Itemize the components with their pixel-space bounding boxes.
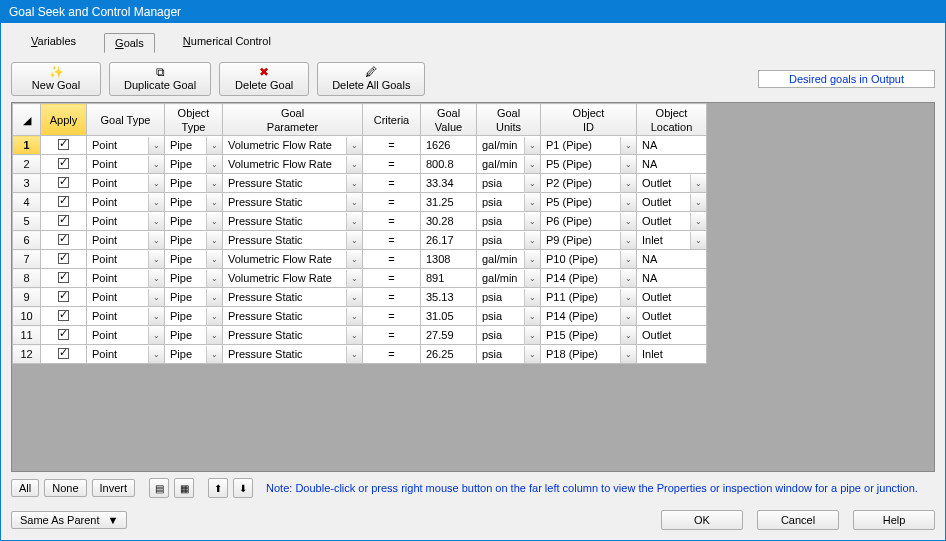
apply-cell[interactable]	[41, 345, 87, 364]
dropdown-arrow[interactable]: ⌄	[524, 194, 540, 211]
ok-button[interactable]: OK	[661, 510, 743, 530]
dropdown-arrow[interactable]: ⌄	[206, 232, 222, 249]
objid-cell[interactable]: P9 (Pipe)⌄	[541, 231, 637, 250]
dropdown-arrow[interactable]: ⌄	[206, 213, 222, 230]
move-up-button[interactable]: ⬆	[208, 478, 228, 498]
objid-cell[interactable]: P5 (Pipe)⌄	[541, 193, 637, 212]
objtype-cell[interactable]: Pipe⌄	[165, 193, 223, 212]
goalparam-cell[interactable]: Pressure Static⌄	[223, 212, 363, 231]
goalparam-cell[interactable]: Pressure Static⌄	[223, 174, 363, 193]
dropdown-arrow[interactable]: ⌄	[148, 308, 164, 325]
dropdown-arrow[interactable]: ⌄	[524, 308, 540, 325]
goalunits-cell[interactable]: psia⌄	[477, 231, 541, 250]
dropdown-arrow[interactable]: ⌄	[206, 175, 222, 192]
goalunits-cell[interactable]: gal/min⌄	[477, 136, 541, 155]
apply-cell[interactable]	[41, 193, 87, 212]
dropdown-arrow[interactable]: ⌄	[690, 213, 706, 230]
goaltype-cell[interactable]: Point⌄	[87, 136, 165, 155]
objid-cell[interactable]: P5 (Pipe)⌄	[541, 155, 637, 174]
objloc-cell[interactable]: Outlet⌄	[637, 174, 707, 193]
objid-cell[interactable]: P14 (Pipe)⌄	[541, 307, 637, 326]
apply-cell[interactable]	[41, 307, 87, 326]
row-number[interactable]: 2	[13, 155, 41, 174]
grid-icon-2[interactable]: ▦	[174, 478, 194, 498]
dropdown-arrow[interactable]: ⌄	[148, 327, 164, 344]
goalunits-cell[interactable]: gal/min⌄	[477, 250, 541, 269]
objid-cell[interactable]: P14 (Pipe)⌄	[541, 269, 637, 288]
objtype-cell[interactable]: Pipe⌄	[165, 307, 223, 326]
criteria-cell[interactable]: =	[363, 250, 421, 269]
dropdown-arrow[interactable]: ⌄	[620, 175, 636, 192]
objloc-cell[interactable]: Outlet	[637, 326, 707, 345]
objtype-cell[interactable]: Pipe⌄	[165, 250, 223, 269]
goalunits-cell[interactable]: psia⌄	[477, 174, 541, 193]
goalunits-cell[interactable]: psia⌄	[477, 307, 541, 326]
dropdown-arrow[interactable]: ⌄	[206, 346, 222, 363]
objtype-cell[interactable]: Pipe⌄	[165, 326, 223, 345]
dropdown-arrow[interactable]: ⌄	[524, 137, 540, 154]
new-goal-button[interactable]: ✨New Goal	[11, 62, 101, 96]
col-goalparam[interactable]: GoalParameter	[223, 104, 363, 136]
goaltype-cell[interactable]: Point⌄	[87, 193, 165, 212]
dropdown-arrow[interactable]: ⌄	[148, 232, 164, 249]
delete-all-goals-button[interactable]: 🖉Delete All Goals	[317, 62, 425, 96]
col-goalunits[interactable]: GoalUnits	[477, 104, 541, 136]
row-number[interactable]: 4	[13, 193, 41, 212]
dropdown-arrow[interactable]: ⌄	[346, 137, 362, 154]
goaltype-cell[interactable]: Point⌄	[87, 174, 165, 193]
criteria-cell[interactable]: =	[363, 231, 421, 250]
dropdown-arrow[interactable]: ⌄	[524, 327, 540, 344]
col-goalvalue[interactable]: GoalValue	[421, 104, 477, 136]
goaltype-cell[interactable]: Point⌄	[87, 307, 165, 326]
goaltype-cell[interactable]: Point⌄	[87, 231, 165, 250]
apply-cell[interactable]	[41, 212, 87, 231]
objid-cell[interactable]: P1 (Pipe)⌄	[541, 136, 637, 155]
objtype-cell[interactable]: Pipe⌄	[165, 136, 223, 155]
col-apply[interactable]: Apply	[41, 104, 87, 136]
col-objid[interactable]: ObjectID	[541, 104, 637, 136]
dropdown-arrow[interactable]: ⌄	[620, 346, 636, 363]
objloc-cell[interactable]: NA	[637, 155, 707, 174]
row-number[interactable]: 3	[13, 174, 41, 193]
row-number[interactable]: 8	[13, 269, 41, 288]
dropdown-arrow[interactable]: ⌄	[346, 175, 362, 192]
dropdown-arrow[interactable]: ⌄	[206, 137, 222, 154]
criteria-cell[interactable]: =	[363, 345, 421, 364]
criteria-cell[interactable]: =	[363, 288, 421, 307]
objid-cell[interactable]: P15 (Pipe)⌄	[541, 326, 637, 345]
objtype-cell[interactable]: Pipe⌄	[165, 231, 223, 250]
none-button[interactable]: None	[44, 479, 86, 497]
dropdown-arrow[interactable]: ⌄	[206, 327, 222, 344]
row-number[interactable]: 12	[13, 345, 41, 364]
objloc-cell[interactable]: NA	[637, 269, 707, 288]
dropdown-arrow[interactable]: ⌄	[148, 251, 164, 268]
goalunits-cell[interactable]: psia⌄	[477, 288, 541, 307]
row-number[interactable]: 5	[13, 212, 41, 231]
goaltype-cell[interactable]: Point⌄	[87, 345, 165, 364]
goaltype-cell[interactable]: Point⌄	[87, 250, 165, 269]
dropdown-arrow[interactable]: ⌄	[620, 289, 636, 306]
objloc-cell[interactable]: Outlet	[637, 288, 707, 307]
dropdown-arrow[interactable]: ⌄	[206, 156, 222, 173]
row-number[interactable]: 7	[13, 250, 41, 269]
dropdown-arrow[interactable]: ⌄	[620, 270, 636, 287]
row-number[interactable]: 1	[13, 136, 41, 155]
dropdown-arrow[interactable]: ⌄	[346, 327, 362, 344]
goalvalue-cell[interactable]: 31.25	[421, 193, 477, 212]
dropdown-arrow[interactable]: ⌄	[620, 137, 636, 154]
apply-cell[interactable]	[41, 231, 87, 250]
criteria-cell[interactable]: =	[363, 307, 421, 326]
objtype-cell[interactable]: Pipe⌄	[165, 288, 223, 307]
dropdown-arrow[interactable]: ⌄	[346, 270, 362, 287]
goalvalue-cell[interactable]: 30.28	[421, 212, 477, 231]
row-number[interactable]: 10	[13, 307, 41, 326]
dropdown-arrow[interactable]: ⌄	[148, 156, 164, 173]
dropdown-arrow[interactable]: ⌄	[620, 327, 636, 344]
criteria-cell[interactable]: =	[363, 269, 421, 288]
goalvalue-cell[interactable]: 1626	[421, 136, 477, 155]
objtype-cell[interactable]: Pipe⌄	[165, 212, 223, 231]
dropdown-arrow[interactable]: ⌄	[620, 194, 636, 211]
dropdown-arrow[interactable]: ⌄	[524, 232, 540, 249]
objid-cell[interactable]: P2 (Pipe)⌄	[541, 174, 637, 193]
dropdown-arrow[interactable]: ⌄	[690, 232, 706, 249]
